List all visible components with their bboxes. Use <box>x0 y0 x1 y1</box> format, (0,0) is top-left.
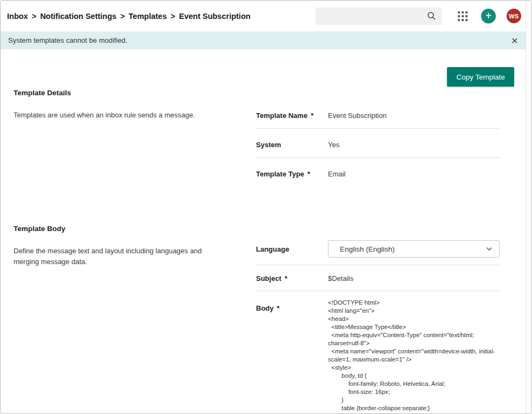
field-row-subject: Subject* $Details <box>256 265 500 291</box>
template-name-label: Template Name* <box>256 111 328 120</box>
template-type-label: Template Type* <box>256 170 328 178</box>
template-body-section: Template Body Define the message text an… <box>14 225 498 412</box>
body-label: Body* <box>256 299 328 312</box>
field-row-body: Body* <!DOCTYPE html> <html lang="en"> <… <box>256 291 500 412</box>
add-button[interactable]: + <box>481 9 496 23</box>
breadcrumb-item-templates[interactable]: Templates <box>129 12 167 21</box>
breadcrumb-item-inbox[interactable]: Inbox <box>7 12 28 21</box>
plus-icon: + <box>485 10 492 22</box>
apps-grid-icon[interactable] <box>458 11 468 21</box>
scrollbar[interactable] <box>526 1 531 413</box>
breadcrumb-item-current: Event Subscription <box>179 12 251 21</box>
chevron-down-icon <box>486 247 492 251</box>
field-row-template-type: Template Type* Email <box>256 158 500 187</box>
language-select[interactable]: English (English) <box>328 240 500 258</box>
breadcrumb-separator: > <box>32 12 36 21</box>
subject-label: Subject* <box>256 274 328 282</box>
required-mark: * <box>307 170 310 178</box>
search-icon[interactable] <box>427 11 436 21</box>
field-row-system: System Yes <box>256 129 500 158</box>
field-row-template-name: Template Name* Event Subscription <box>256 100 500 129</box>
avatar[interactable]: WS <box>507 9 521 23</box>
template-details-description: Templates are used when an inbox rule se… <box>14 110 222 121</box>
main-content: Copy Template Template Details Templates… <box>1 67 526 412</box>
template-type-value: Email <box>328 170 500 178</box>
breadcrumb-item-notification-settings[interactable]: Notification Settings <box>40 12 116 21</box>
breadcrumb: Inbox>Notification Settings>Templates>Ev… <box>7 12 251 21</box>
body-value: <!DOCTYPE html> <html lang="en"> <head> … <box>328 299 500 412</box>
subject-value: $Details <box>328 274 500 282</box>
field-row-language: Language English (English) <box>256 240 500 265</box>
template-details-section: Template Details Templates are used when… <box>14 89 498 187</box>
search-input[interactable] <box>322 12 427 20</box>
required-mark: * <box>311 111 313 120</box>
system-value: Yes <box>328 141 500 149</box>
top-bar: Inbox>Notification Settings>Templates>Ev… <box>1 1 526 31</box>
breadcrumb-separator: > <box>170 12 175 21</box>
copy-template-button[interactable]: Copy Template <box>447 67 514 87</box>
close-icon[interactable]: × <box>507 35 522 46</box>
section-heading-template-body: Template Body <box>14 225 256 233</box>
language-label: Language <box>256 245 328 253</box>
system-label: System <box>256 141 328 149</box>
search-box[interactable] <box>316 8 442 25</box>
system-banner: System templates cannot be modified. × <box>1 31 526 49</box>
required-mark: * <box>277 304 280 312</box>
section-heading-template-details: Template Details <box>14 89 256 97</box>
template-name-value: Event Subscription <box>328 111 500 120</box>
template-body-description: Define the message text and layout inclu… <box>14 246 222 267</box>
app-window: Inbox>Notification Settings>Templates>Ev… <box>0 0 532 414</box>
banner-message: System templates cannot be modified. <box>8 36 127 44</box>
language-selected-value: English (English) <box>340 245 395 253</box>
required-mark: * <box>285 274 287 282</box>
breadcrumb-separator: > <box>120 12 124 21</box>
